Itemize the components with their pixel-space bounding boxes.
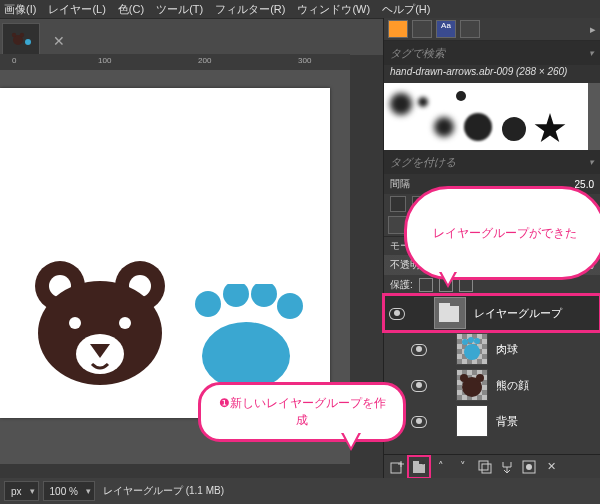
layer-thumbnail <box>456 369 488 401</box>
unit-select[interactable]: px <box>4 481 39 501</box>
new-layer-button[interactable] <box>388 458 406 476</box>
close-icon: ✕ <box>53 33 65 49</box>
layer-row-group[interactable]: レイヤーグループ <box>384 295 600 331</box>
svg-point-22 <box>460 374 468 382</box>
menu-image[interactable]: 画像(I) <box>4 2 36 17</box>
svg-rect-31 <box>482 464 491 473</box>
visibility-toggle-icon[interactable] <box>388 305 404 321</box>
menu-window[interactable]: ウィンドウ(W) <box>297 2 370 17</box>
file-tab-thumbnail[interactable] <box>2 23 40 55</box>
layer-name-label[interactable]: 肉球 <box>496 342 518 357</box>
svg-point-1 <box>12 33 16 37</box>
svg-point-17 <box>464 344 480 360</box>
svg-rect-28 <box>413 461 419 464</box>
svg-point-19 <box>468 337 474 343</box>
dock-tab-brushes-icon[interactable] <box>388 20 408 38</box>
ruler-horizontal: 0 100 200 300 <box>0 54 350 70</box>
menu-help[interactable]: ヘルプ(H) <box>382 2 430 17</box>
svg-point-15 <box>251 284 277 307</box>
layer-row[interactable]: 肉球 <box>384 331 600 367</box>
svg-point-14 <box>223 284 249 307</box>
layer-name-label[interactable]: 背景 <box>496 414 518 429</box>
dock-tab-history-icon[interactable] <box>460 20 480 38</box>
brush-preview-grid[interactable] <box>384 83 600 150</box>
brush-tag-search[interactable]: タグで検索▾ <box>384 41 600 65</box>
layer-row[interactable]: 背景 <box>384 403 600 439</box>
close-image-tab[interactable]: ✕ <box>44 27 74 55</box>
dock-menu-icon[interactable]: ▸ <box>590 23 596 36</box>
delete-layer-button[interactable]: ✕ <box>542 458 560 476</box>
svg-point-10 <box>119 317 131 329</box>
dock-tab-fonts-icon[interactable]: Aa <box>436 20 456 38</box>
layer-name-label[interactable]: 熊の顔 <box>496 378 529 393</box>
layer-name-label[interactable]: レイヤーグループ <box>474 306 562 321</box>
svg-point-18 <box>462 339 468 345</box>
svg-rect-30 <box>479 461 488 470</box>
new-layer-group-button[interactable]: + <box>410 458 428 476</box>
brush-edit-icon[interactable] <box>390 196 406 212</box>
svg-point-9 <box>69 317 81 329</box>
layer-group-icon <box>434 297 466 329</box>
menubar: 画像(I) レイヤー(L) 色(C) ツール(T) フィルター(R) ウィンドウ… <box>0 0 600 19</box>
menu-filter[interactable]: フィルター(R) <box>215 2 285 17</box>
statusbar: px 100 % レイヤーグループ (1.1 MB) <box>0 478 600 504</box>
bear-face-artwork <box>30 258 170 388</box>
menu-color[interactable]: 色(C) <box>118 2 144 17</box>
layer-row[interactable]: 熊の顔 <box>384 367 600 403</box>
svg-point-16 <box>277 293 303 319</box>
duplicate-layer-button[interactable] <box>476 458 494 476</box>
layer-thumbnail <box>456 405 488 437</box>
svg-point-33 <box>526 464 532 470</box>
svg-text:+: + <box>421 460 425 467</box>
visibility-toggle-icon[interactable] <box>410 341 426 357</box>
brush-tag-attach[interactable]: タグを付ける▾ <box>384 150 600 174</box>
layer-thumbnail <box>456 333 488 365</box>
svg-point-23 <box>476 374 484 382</box>
svg-point-20 <box>474 338 480 344</box>
zoom-select[interactable]: 100 % <box>43 481 95 501</box>
dock-tab-row: Aa ▸ <box>384 18 600 41</box>
lock-pixels-icon[interactable] <box>419 278 433 292</box>
merge-layer-button[interactable] <box>498 458 516 476</box>
visibility-toggle-icon[interactable] <box>410 413 426 429</box>
svg-point-13 <box>195 291 221 317</box>
callout-group-done: レイヤーグループができた <box>404 186 600 280</box>
lock-alpha-icon[interactable] <box>459 278 473 292</box>
svg-point-3 <box>25 39 31 45</box>
menu-layer[interactable]: レイヤー(L) <box>48 2 105 17</box>
status-text: レイヤーグループ (1.1 MB) <box>103 484 224 498</box>
layer-up-button[interactable]: ˄ <box>432 458 450 476</box>
layer-down-button[interactable]: ˅ <box>454 458 472 476</box>
svg-point-12 <box>202 322 290 390</box>
menu-tool[interactable]: ツール(T) <box>156 2 203 17</box>
callout-create-group: ❶新しいレイヤーグループを作成 <box>198 382 406 442</box>
brush-name: hand-drawn-arrows.abr-009 (288 × 260) <box>384 65 600 83</box>
canvas[interactable] <box>0 88 330 418</box>
layers-footer-toolbar: + ˄ ˅ ✕ <box>384 454 600 478</box>
svg-point-2 <box>20 33 24 37</box>
mask-layer-button[interactable] <box>520 458 538 476</box>
visibility-toggle-icon[interactable] <box>410 377 426 393</box>
layers-list: レイヤーグループ 肉球 熊の顔 <box>384 295 600 439</box>
paw-artwork <box>186 284 306 394</box>
dock-tab-patterns-icon[interactable] <box>412 20 432 38</box>
